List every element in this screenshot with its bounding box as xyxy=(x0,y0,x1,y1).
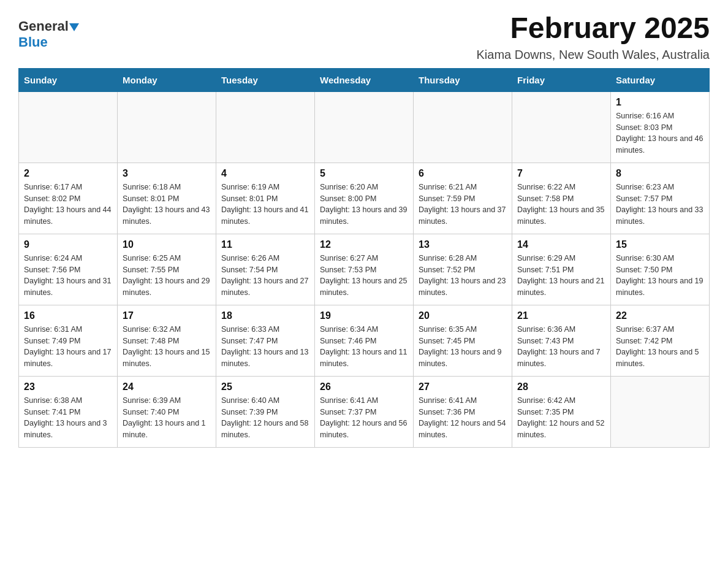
day-info: Sunrise: 6:36 AM Sunset: 7:43 PM Dayligh… xyxy=(517,324,605,370)
day-info: Sunrise: 6:18 AM Sunset: 8:01 PM Dayligh… xyxy=(123,182,211,228)
calendar-cell: 23Sunrise: 6:38 AM Sunset: 7:41 PM Dayli… xyxy=(19,376,118,447)
day-number: 27 xyxy=(419,381,507,393)
calendar-cell xyxy=(611,376,710,447)
day-number: 22 xyxy=(616,310,704,321)
day-info: Sunrise: 6:42 AM Sunset: 7:35 PM Dayligh… xyxy=(517,395,605,441)
day-info: Sunrise: 6:33 AM Sunset: 7:47 PM Dayligh… xyxy=(221,324,309,370)
calendar-cell: 27Sunrise: 6:41 AM Sunset: 7:36 PM Dayli… xyxy=(414,376,512,447)
calendar-header: SundayMondayTuesdayWednesdayThursdayFrid… xyxy=(19,68,710,91)
calendar-cell: 16Sunrise: 6:31 AM Sunset: 7:49 PM Dayli… xyxy=(19,305,118,376)
calendar-week-1: 1Sunrise: 6:16 AM Sunset: 8:03 PM Daylig… xyxy=(19,91,710,163)
day-info: Sunrise: 6:21 AM Sunset: 7:59 PM Dayligh… xyxy=(419,182,507,228)
logo: General Blue xyxy=(18,18,79,50)
day-info: Sunrise: 6:22 AM Sunset: 7:58 PM Dayligh… xyxy=(517,182,605,228)
day-number: 16 xyxy=(24,310,112,321)
calendar-cell xyxy=(118,91,216,163)
calendar-cell: 17Sunrise: 6:32 AM Sunset: 7:48 PM Dayli… xyxy=(118,305,216,376)
calendar-cell: 1Sunrise: 6:16 AM Sunset: 8:03 PM Daylig… xyxy=(611,91,710,163)
day-number: 4 xyxy=(221,168,309,179)
calendar-cell: 10Sunrise: 6:25 AM Sunset: 7:55 PM Dayli… xyxy=(118,234,216,305)
day-number: 20 xyxy=(419,310,507,321)
calendar-cell: 9Sunrise: 6:24 AM Sunset: 7:56 PM Daylig… xyxy=(19,234,118,305)
calendar-cell: 19Sunrise: 6:34 AM Sunset: 7:46 PM Dayli… xyxy=(315,305,414,376)
calendar-cell: 8Sunrise: 6:23 AM Sunset: 7:57 PM Daylig… xyxy=(611,163,710,234)
day-number: 26 xyxy=(320,381,408,393)
day-number: 10 xyxy=(123,239,211,250)
day-info: Sunrise: 6:27 AM Sunset: 7:53 PM Dayligh… xyxy=(320,253,408,299)
weekday-header-thursday: Thursday xyxy=(414,68,512,91)
day-number: 5 xyxy=(320,168,408,179)
calendar-week-4: 16Sunrise: 6:31 AM Sunset: 7:49 PM Dayli… xyxy=(19,305,710,376)
calendar-cell xyxy=(512,91,611,163)
calendar-cell: 6Sunrise: 6:21 AM Sunset: 7:59 PM Daylig… xyxy=(414,163,512,234)
day-info: Sunrise: 6:20 AM Sunset: 8:00 PM Dayligh… xyxy=(320,182,408,228)
weekday-header-row: SundayMondayTuesdayWednesdayThursdayFrid… xyxy=(19,68,710,91)
calendar-cell: 5Sunrise: 6:20 AM Sunset: 8:00 PM Daylig… xyxy=(315,163,414,234)
calendar-cell: 4Sunrise: 6:19 AM Sunset: 8:01 PM Daylig… xyxy=(216,163,315,234)
calendar-cell: 12Sunrise: 6:27 AM Sunset: 7:53 PM Dayli… xyxy=(315,234,414,305)
calendar-cell xyxy=(315,91,414,163)
day-number: 23 xyxy=(24,381,112,393)
calendar-cell: 15Sunrise: 6:30 AM Sunset: 7:50 PM Dayli… xyxy=(611,234,710,305)
calendar-cell xyxy=(216,91,315,163)
calendar-title: February 2025 xyxy=(476,12,710,45)
day-info: Sunrise: 6:32 AM Sunset: 7:48 PM Dayligh… xyxy=(123,324,211,370)
day-info: Sunrise: 6:35 AM Sunset: 7:45 PM Dayligh… xyxy=(419,324,507,370)
calendar-cell: 25Sunrise: 6:40 AM Sunset: 7:39 PM Dayli… xyxy=(216,376,315,447)
day-number: 18 xyxy=(221,310,309,321)
day-info: Sunrise: 6:26 AM Sunset: 7:54 PM Dayligh… xyxy=(221,253,309,299)
calendar-week-2: 2Sunrise: 6:17 AM Sunset: 8:02 PM Daylig… xyxy=(19,163,710,234)
day-info: Sunrise: 6:19 AM Sunset: 8:01 PM Dayligh… xyxy=(221,182,309,228)
day-info: Sunrise: 6:40 AM Sunset: 7:39 PM Dayligh… xyxy=(221,395,309,441)
day-number: 19 xyxy=(320,310,408,321)
day-info: Sunrise: 6:41 AM Sunset: 7:37 PM Dayligh… xyxy=(320,395,408,441)
day-number: 7 xyxy=(517,168,605,179)
calendar-cell xyxy=(414,91,512,163)
calendar-week-5: 23Sunrise: 6:38 AM Sunset: 7:41 PM Dayli… xyxy=(19,376,710,447)
calendar-table: SundayMondayTuesdayWednesdayThursdayFrid… xyxy=(18,68,710,448)
day-number: 3 xyxy=(123,168,211,179)
calendar-subtitle: Kiama Downs, New South Wales, Australia xyxy=(476,48,710,62)
calendar-cell: 21Sunrise: 6:36 AM Sunset: 7:43 PM Dayli… xyxy=(512,305,611,376)
day-info: Sunrise: 6:24 AM Sunset: 7:56 PM Dayligh… xyxy=(24,253,112,299)
weekday-header-sunday: Sunday xyxy=(19,68,118,91)
calendar-cell: 7Sunrise: 6:22 AM Sunset: 7:58 PM Daylig… xyxy=(512,163,611,234)
day-number: 13 xyxy=(419,239,507,250)
calendar-cell: 18Sunrise: 6:33 AM Sunset: 7:47 PM Dayli… xyxy=(216,305,315,376)
calendar-cell: 28Sunrise: 6:42 AM Sunset: 7:35 PM Dayli… xyxy=(512,376,611,447)
day-number: 28 xyxy=(517,381,605,393)
calendar-body: 1Sunrise: 6:16 AM Sunset: 8:03 PM Daylig… xyxy=(19,91,710,447)
day-number: 24 xyxy=(123,381,211,393)
logo-arrow-icon xyxy=(69,23,79,31)
day-info: Sunrise: 6:38 AM Sunset: 7:41 PM Dayligh… xyxy=(24,395,112,441)
weekday-header-friday: Friday xyxy=(512,68,611,91)
day-info: Sunrise: 6:37 AM Sunset: 7:42 PM Dayligh… xyxy=(616,324,704,370)
day-info: Sunrise: 6:41 AM Sunset: 7:36 PM Dayligh… xyxy=(419,395,507,441)
page-header: General Blue February 2025 Kiama Downs, … xyxy=(18,12,710,62)
day-info: Sunrise: 6:23 AM Sunset: 7:57 PM Dayligh… xyxy=(616,182,704,228)
day-number: 25 xyxy=(221,381,309,393)
day-number: 8 xyxy=(616,168,704,179)
day-info: Sunrise: 6:29 AM Sunset: 7:51 PM Dayligh… xyxy=(517,253,605,299)
day-info: Sunrise: 6:39 AM Sunset: 7:40 PM Dayligh… xyxy=(123,395,211,441)
weekday-header-wednesday: Wednesday xyxy=(315,68,414,91)
logo-blue-text: Blue xyxy=(18,34,48,50)
day-number: 15 xyxy=(616,239,704,250)
day-number: 14 xyxy=(517,239,605,250)
calendar-cell: 3Sunrise: 6:18 AM Sunset: 8:01 PM Daylig… xyxy=(118,163,216,234)
calendar-cell: 14Sunrise: 6:29 AM Sunset: 7:51 PM Dayli… xyxy=(512,234,611,305)
day-number: 21 xyxy=(517,310,605,321)
day-number: 9 xyxy=(24,239,112,250)
day-number: 2 xyxy=(24,168,112,179)
day-number: 12 xyxy=(320,239,408,250)
calendar-week-3: 9Sunrise: 6:24 AM Sunset: 7:56 PM Daylig… xyxy=(19,234,710,305)
weekday-header-tuesday: Tuesday xyxy=(216,68,315,91)
calendar-cell: 22Sunrise: 6:37 AM Sunset: 7:42 PM Dayli… xyxy=(611,305,710,376)
calendar-cell: 20Sunrise: 6:35 AM Sunset: 7:45 PM Dayli… xyxy=(414,305,512,376)
day-number: 1 xyxy=(616,97,704,108)
calendar-cell: 13Sunrise: 6:28 AM Sunset: 7:52 PM Dayli… xyxy=(414,234,512,305)
title-block: February 2025 Kiama Downs, New South Wal… xyxy=(476,12,710,62)
weekday-header-saturday: Saturday xyxy=(611,68,710,91)
logo-general-text: General xyxy=(18,18,69,34)
day-info: Sunrise: 6:31 AM Sunset: 7:49 PM Dayligh… xyxy=(24,324,112,370)
